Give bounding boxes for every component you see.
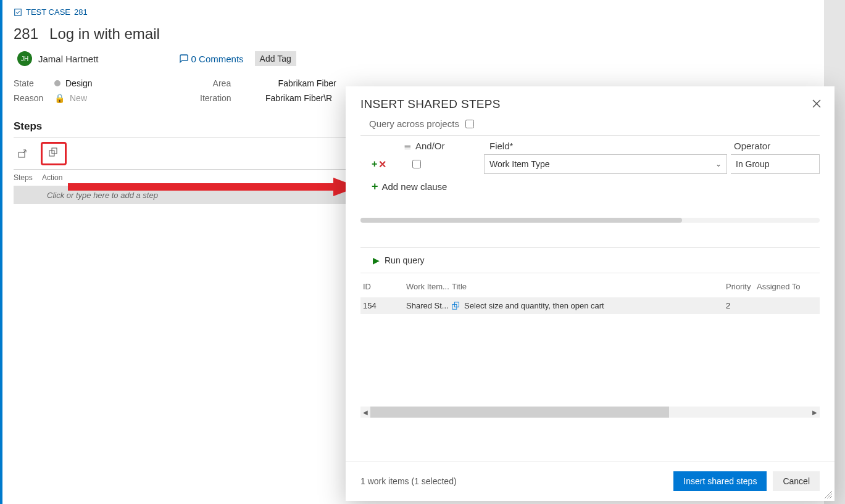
workitem-title[interactable]: Log in with email [49,25,160,43]
reason-label: Reason [14,93,49,103]
header-field: Field* [489,141,734,152]
svg-rect-0 [15,9,22,15]
query-across-projects-row: Query across projects [360,116,820,136]
result-row[interactable]: 154 Shared St... Select size and quantit… [360,297,820,314]
scroll-right-icon[interactable]: ▶ [810,409,820,416]
plus-icon: + [372,180,378,193]
state-value[interactable]: Design [65,78,93,88]
clause-headers: ≣ And/Or Field* Operator [360,141,820,152]
clause-checkbox[interactable] [412,160,421,168]
results-scrollbar[interactable]: ◀ ▶ [360,407,820,418]
play-icon: ▶ [373,255,380,265]
state-dot-icon [54,80,60,86]
insert-step-icon [17,149,27,159]
shared-steps-item-icon [452,302,460,310]
header-operator: Operator [734,141,820,152]
operator-dropdown[interactable]: In Group [731,154,820,174]
shared-steps-icon [49,147,59,157]
add-clause-label: Add new clause [382,181,447,192]
col-title: Title [452,282,726,291]
list-icon: ≣ [404,141,412,152]
results-header: ID Work Item... Title Priority Assigned … [360,273,820,297]
avatar[interactable]: JH [17,51,32,66]
close-icon [812,99,821,108]
title-row: 281 Log in with email [14,25,809,43]
run-query-label: Run query [385,255,425,265]
area-value[interactable]: Fabrikam Fiber [278,78,336,88]
add-new-clause-button[interactable]: + Add new clause [360,180,820,193]
close-button[interactable] [812,98,821,111]
field-dropdown[interactable]: Work Item Type ⌄ [484,154,727,174]
chevron-down-icon: ⌄ [715,160,722,168]
resize-grip-icon[interactable] [825,491,832,498]
lock-icon: 🔒 [54,93,65,103]
insert-shared-steps-button[interactable] [41,142,67,165]
header-andor: And/Or [415,141,489,152]
run-query-button[interactable]: ▶ Run query [360,247,820,273]
breadcrumb-id: 281 [74,7,88,17]
comment-icon [179,54,189,64]
result-priority: 2 [726,301,757,310]
insert-shared-steps-dialog: INSERT SHARED STEPS Query across project… [346,86,835,501]
owner-row: JH Jamal Hartnett 0 Comments Add Tag [14,51,809,66]
add-clause-icon[interactable]: + [372,159,377,170]
dialog-footer: 1 work items (1 selected) Insert shared … [346,461,835,501]
clause-scrollbar[interactable] [360,218,820,223]
workitem-id: 281 [14,25,38,43]
clause-row: + ✕ Work Item Type ⌄ In Group [360,152,820,180]
testcase-icon [14,8,22,17]
scroll-left-icon[interactable]: ◀ [360,409,370,416]
annotation-arrow [68,178,358,196]
insert-step-button[interactable] [16,147,28,160]
result-title: Select size and quantity, then open cart [464,301,604,310]
iteration-label: Iteration [200,93,236,103]
col-steps: Steps [14,173,36,182]
add-tag-button[interactable]: Add Tag [255,51,296,66]
result-wit: Shared St... [406,301,452,310]
col-workitem-type: Work Item... [406,282,452,291]
breadcrumb[interactable]: TEST CASE 281 [14,7,809,17]
query-across-checkbox[interactable] [465,120,474,128]
dialog-title: INSERT SHARED STEPS [360,97,501,111]
svg-marker-4 [68,178,358,196]
insert-shared-steps-submit-button[interactable]: Insert shared steps [673,471,767,491]
breadcrumb-type: TEST CASE [26,7,70,17]
comments-link[interactable]: 0 Comments [179,54,244,64]
footer-status: 1 work items (1 selected) [360,476,457,486]
operator-value: In Group [736,159,769,169]
reason-value[interactable]: New [70,93,87,103]
state-label: State [14,78,49,88]
query-across-label: Query across projects [369,118,459,129]
col-priority: Priority [726,282,757,291]
remove-clause-icon[interactable]: ✕ [378,159,386,170]
field-value: Work Item Type [489,159,550,169]
iteration-value[interactable]: Fabrikam Fiber\R [265,93,332,103]
col-assigned-to: Assigned To [757,282,817,291]
result-id: 154 [363,301,406,310]
comments-count: 0 Comments [191,54,244,64]
col-action: Action [42,173,62,182]
svg-rect-1 [19,152,25,157]
col-id: ID [363,282,406,291]
owner-name[interactable]: Jamal Hartnett [38,54,99,64]
area-label: Area [213,78,249,88]
cancel-button[interactable]: Cancel [773,471,820,491]
